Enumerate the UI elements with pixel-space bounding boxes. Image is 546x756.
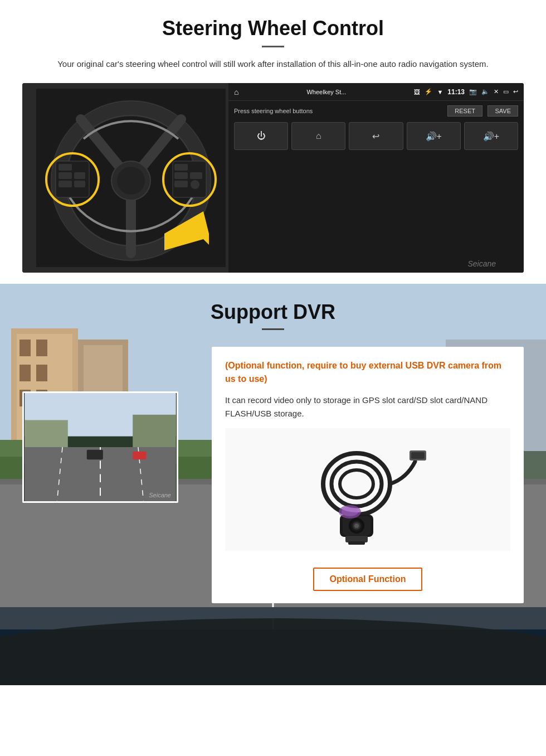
- svg-rect-75: [348, 541, 365, 545]
- svg-rect-13: [58, 172, 72, 179]
- svg-point-10: [117, 167, 145, 195]
- close-icon: ✕: [494, 88, 499, 95]
- window-icon: ▭: [503, 88, 509, 95]
- prompt-row: Press steering wheel buttons RESET SAVE: [234, 105, 518, 117]
- wifi-icon: ▼: [437, 89, 443, 95]
- steering-composite-image: ⌂ Wheelkey St... 🖼 ⚡ ▼ 11:13 📷 🔈 ✕ ▭ ↩ P…: [22, 83, 524, 273]
- svg-rect-60: [133, 452, 146, 460]
- road-footage-svg: [24, 393, 177, 501]
- dvr-info-card: (Optional function, require to buy exter…: [212, 347, 524, 603]
- dvr-description-text: It can record video only to storage in G…: [225, 394, 510, 420]
- power-btn[interactable]: ⏻: [234, 122, 288, 150]
- android-app-title: Wheelkey St...: [243, 89, 410, 95]
- steering-subtitle: Your original car's steering wheel contr…: [45, 57, 501, 71]
- action-buttons: RESET SAVE: [445, 105, 518, 117]
- back-icon: ↩: [513, 88, 518, 95]
- save-button[interactable]: SAVE: [488, 105, 518, 117]
- svg-rect-20: [174, 181, 188, 187]
- home-btn[interactable]: ⌂: [291, 122, 345, 150]
- camera-icon: 📷: [469, 88, 477, 95]
- svg-point-71: [354, 524, 359, 528]
- optional-function-button[interactable]: Optional Function: [313, 568, 423, 591]
- svg-rect-19: [174, 172, 188, 179]
- svg-rect-59: [87, 450, 103, 459]
- media-icon: 🖼: [414, 89, 420, 95]
- svg-rect-14: [58, 181, 72, 187]
- svg-rect-12: [58, 164, 72, 171]
- svg-rect-65: [411, 452, 425, 459]
- dvr-content-area: Support DVR: [0, 284, 546, 620]
- dvr-main-layout: Seicane (Optional function, require to b…: [22, 347, 524, 603]
- svg-point-63: [340, 470, 373, 498]
- dvr-title-divider: [262, 328, 284, 330]
- vol-icon: 🔈: [481, 88, 489, 95]
- dvr-section: Support DVR: [0, 284, 546, 685]
- svg-point-22: [191, 180, 199, 189]
- steering-function-buttons: ⏻ ⌂ ↩ 🔊+ 🔊+: [234, 122, 518, 150]
- prompt-text: Press steering wheel buttons: [234, 108, 313, 114]
- dvr-footage-thumbnail: Seicane: [22, 391, 178, 503]
- svg-rect-21: [190, 172, 202, 179]
- svg-rect-18: [174, 164, 188, 171]
- usb-icon: ⚡: [425, 88, 432, 95]
- svg-rect-16: [74, 181, 85, 187]
- dvr-title: Support DVR: [22, 301, 524, 324]
- home-icon: ⌂: [234, 88, 238, 96]
- reset-button[interactable]: RESET: [447, 105, 482, 117]
- android-body: Press steering wheel buttons RESET SAVE …: [228, 101, 524, 273]
- dvr-product-image: [225, 428, 510, 551]
- steering-section: Steering Wheel Control Your original car…: [0, 0, 546, 284]
- vol-up-btn2[interactable]: 🔊+: [464, 122, 518, 150]
- steering-title: Steering Wheel Control: [22, 17, 524, 40]
- seicane-watermark-1: Seicane: [467, 259, 496, 268]
- dvr-camera-svg: [306, 434, 429, 545]
- time-display: 11:13: [447, 88, 465, 96]
- svg-rect-15: [74, 172, 85, 179]
- svg-point-51: [0, 618, 546, 685]
- svg-point-73: [342, 507, 358, 516]
- steering-wheel-graphic: [36, 89, 226, 267]
- steering-wheel-side: [22, 83, 240, 273]
- title-divider: [262, 46, 284, 47]
- seicane-watermark-2: Seicane: [149, 492, 171, 498]
- dvr-footage-area: Seicane: [22, 347, 201, 503]
- android-header: ⌂ Wheelkey St... 🖼 ⚡ ▼ 11:13 📷 🔈 ✕ ▭ ↩: [228, 83, 524, 101]
- vol-up-btn[interactable]: 🔊+: [407, 122, 461, 150]
- android-unit-ui: ⌂ Wheelkey St... 🖼 ⚡ ▼ 11:13 📷 🔈 ✕ ▭ ↩ P…: [228, 83, 524, 273]
- back-btn[interactable]: ↩: [349, 122, 403, 150]
- dvr-optional-text: (Optional function, require to buy exter…: [225, 359, 510, 386]
